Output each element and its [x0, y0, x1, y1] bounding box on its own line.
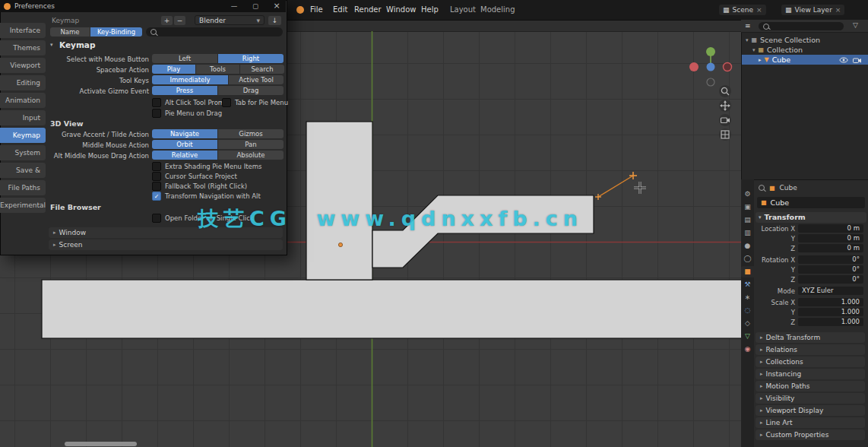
option-right[interactable]: Right	[218, 54, 284, 63]
option-navigate[interactable]: Navigate	[152, 129, 218, 138]
outliner-display-mode-icon[interactable]: ≡	[745, 22, 751, 30]
blender-logo-icon[interactable]	[296, 6, 304, 14]
panel-delta-transform[interactable]: ▸ Delta Transform	[756, 332, 865, 343]
tab-object-data[interactable]: ▽	[741, 331, 754, 342]
sidebar-item-animation[interactable]: Animation	[0, 93, 46, 108]
sidebar-item-viewport[interactable]: Viewport	[0, 58, 46, 73]
checkbox-tab-for-pie-menu[interactable]: ✓ Tab for Pie Menu	[222, 98, 288, 107]
panel-instancing[interactable]: ▸ Instancing	[756, 369, 865, 379]
option-orbit[interactable]: Orbit	[152, 140, 218, 149]
rotation-z-field[interactable]: 0°	[798, 275, 863, 284]
breadcrumb-object-name[interactable]: Cube	[780, 184, 797, 192]
render-visibility-camera-icon[interactable]	[853, 57, 862, 64]
close-button[interactable]: ×	[268, 0, 286, 12]
scale-y-field[interactable]: 1.000	[798, 308, 863, 316]
rotation-mode-dropdown[interactable]: XYZ Euler	[798, 287, 863, 295]
scale-x-field[interactable]: 1.000	[798, 298, 863, 306]
tab-physics[interactable]: ◌	[741, 305, 754, 316]
location-y-field[interactable]: 0 m	[798, 234, 863, 243]
rotation-y-field[interactable]: 0°	[798, 265, 863, 274]
tab-output[interactable]: ▤	[741, 214, 754, 226]
sidebar-item-input[interactable]: Input	[0, 110, 46, 125]
filter-by-key-binding-button[interactable]: Key-Binding	[90, 27, 142, 36]
sidebar-item-keymap[interactable]: Keymap	[0, 128, 46, 143]
outliner-row-collection[interactable]: ▾ ▦ Collection	[742, 45, 868, 55]
option-pan[interactable]: Pan	[218, 140, 284, 149]
sidebar-item-editing[interactable]: Editing	[0, 75, 46, 90]
checkbox-alt-click-tool-prompt[interactable]: ✓ Alt Click Tool Prompt	[152, 98, 231, 107]
clear-view-layer-icon[interactable]: ×	[835, 6, 841, 14]
move-view-button[interactable]	[719, 100, 731, 112]
search-icon[interactable]	[759, 185, 765, 191]
chevron-down-icon[interactable]: ▾	[752, 47, 756, 53]
workspace-tab-modeling[interactable]: Modeling	[480, 0, 515, 20]
import-keymap-icon[interactable]: ↓	[268, 16, 281, 25]
ortho-toggle-button[interactable]	[719, 128, 731, 141]
view-axis-gizmo[interactable]	[684, 38, 737, 91]
chevron-right-icon[interactable]: ▸	[759, 57, 762, 63]
zoom-view-button[interactable]	[719, 85, 731, 97]
camera-view-button[interactable]	[719, 114, 731, 126]
panel-visibility[interactable]: ▸ Visibility	[756, 393, 865, 404]
tab-object[interactable]: ■	[741, 266, 754, 277]
sidebar-item-file-paths[interactable]: File Paths	[0, 180, 46, 195]
panel-viewport-display[interactable]: ▸ Viewport Display	[756, 405, 865, 416]
sidebar-item-interface[interactable]: Interface	[0, 23, 46, 38]
sidebar-item-system[interactable]: System	[0, 145, 46, 160]
add-keymap-button[interactable]: +	[161, 16, 173, 25]
tab-tool[interactable]: ⚙	[741, 189, 754, 200]
menu-window[interactable]: Window	[386, 0, 416, 20]
tab-modifiers[interactable]: ⚒	[741, 279, 754, 290]
active-keymap-dropdown[interactable]: Blender ▾	[195, 15, 265, 25]
transform-panel-header[interactable]: ▾ Transform	[756, 212, 866, 223]
remove-keymap-button[interactable]: −	[174, 16, 185, 25]
panel-relations[interactable]: ▸ Relations	[756, 344, 865, 355]
outliner-row-scene-collection[interactable]: ▾ ▦ Scene Collection	[742, 35, 868, 45]
sidebar-item-experimental[interactable]: Experimental	[0, 198, 46, 213]
location-z-field[interactable]: 0 m	[798, 244, 863, 252]
minimize-button[interactable]: —	[225, 0, 243, 12]
option-tools[interactable]: Tools	[196, 65, 240, 74]
view-layer-selector[interactable]: ▦ View Layer ×	[781, 5, 844, 15]
outliner-filter-icon[interactable]: ▽	[853, 21, 858, 29]
outliner-search-input[interactable]	[759, 22, 844, 30]
menu-file[interactable]: File	[310, 0, 323, 20]
option-gizmos[interactable]: Gizmos	[218, 129, 284, 138]
outliner-row-cube[interactable]: ▸ ▼ Cube	[742, 55, 868, 65]
maximize-button[interactable]: ▢	[246, 0, 265, 12]
tab-constraints[interactable]: ◇	[741, 318, 754, 329]
panel-line-art[interactable]: ▸ Line Art	[756, 417, 865, 428]
option-absolute[interactable]: Absolute	[218, 151, 284, 160]
tab-material[interactable]: ◉	[741, 344, 754, 355]
object-name-field[interactable]: ■ Cube	[757, 197, 865, 208]
sidebar-item-themes[interactable]: Themes	[0, 40, 46, 55]
tab-view-layer[interactable]: ▥	[741, 227, 754, 239]
checkbox-extra-shading-pie[interactable]: ✓ Extra Shading Pie Menu Items	[152, 162, 261, 171]
scale-z-field[interactable]: 1.000	[798, 318, 863, 326]
option-immediately[interactable]: Immediately	[152, 75, 229, 84]
rotation-x-field[interactable]: 0°	[798, 255, 863, 264]
option-search[interactable]: Search	[240, 65, 284, 74]
tab-render[interactable]: ▣	[741, 201, 754, 213]
option-relative[interactable]: Relative	[152, 151, 218, 160]
keymap-tree-screen[interactable]: ▸ Screen	[49, 239, 283, 250]
hide-eye-icon[interactable]	[839, 57, 848, 63]
menu-help[interactable]: Help	[421, 0, 439, 20]
panel-collections[interactable]: ▸ Collections	[756, 357, 865, 367]
tab-particles[interactable]: ∗	[741, 292, 754, 303]
sidebar-item-save-load[interactable]: Save & Load	[0, 163, 46, 178]
location-x-field[interactable]: 0 m	[798, 224, 863, 233]
checkbox-pie-menu-on-drag[interactable]: ✓ Pie Menu on Drag	[152, 109, 222, 118]
menu-edit[interactable]: Edit	[333, 0, 347, 20]
chevron-down-icon[interactable]: ▾	[746, 37, 749, 43]
checkbox-fallback-tool[interactable]: ✓ Fallback Tool (Right Click)	[152, 182, 247, 191]
option-press[interactable]: Press	[152, 86, 218, 95]
panel-custom-properties[interactable]: ▸ Custom Properties	[756, 430, 865, 440]
option-active-tool[interactable]: Active Tool	[229, 75, 284, 84]
option-play[interactable]: Play	[152, 65, 196, 74]
chevron-down-icon[interactable]: ▾	[50, 42, 53, 48]
scene-selector[interactable]: ▦ Scene ×	[719, 5, 766, 15]
clear-scene-icon[interactable]: ×	[756, 6, 762, 14]
checkbox-cursor-surface-project[interactable]: ✓ Cursor Surface Project	[152, 172, 237, 181]
checkbox-transform-navigation-alt[interactable]: ✓ Transform Navigation with Alt	[152, 192, 261, 201]
